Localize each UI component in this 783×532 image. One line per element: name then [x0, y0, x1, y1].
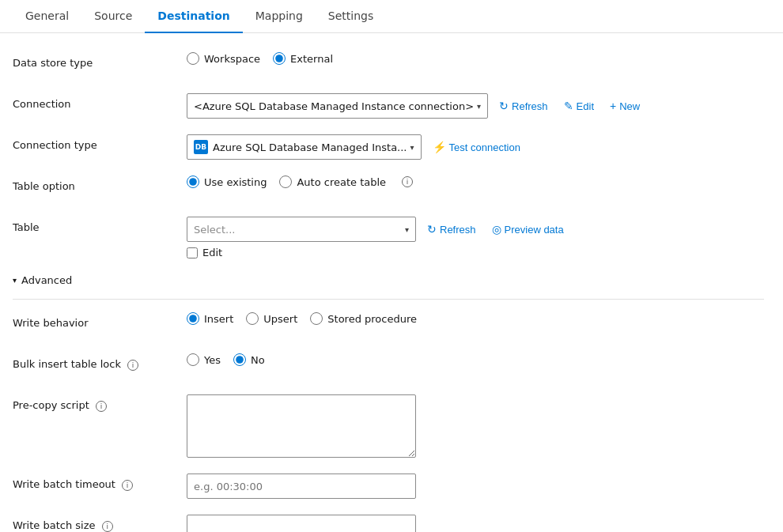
upsert-label: Upsert: [263, 313, 297, 325]
external-radio-item[interactable]: External: [273, 52, 333, 65]
connection-type-chevron-icon: ▾: [410, 143, 414, 152]
refresh-connection-button[interactable]: ↻ Refresh: [494, 96, 553, 115]
new-connection-label: New: [619, 100, 640, 112]
tab-general[interactable]: General: [13, 0, 81, 33]
refresh-table-label: Refresh: [440, 224, 476, 236]
write-behavior-row: Write behavior Insert Upsert Stored proc…: [13, 312, 764, 338]
pre-copy-script-label: Pre-copy script i: [13, 394, 187, 412]
table-option-label: Table option: [13, 175, 187, 192]
edit-checkbox-item[interactable]: Edit: [187, 247, 222, 258]
write-batch-size-input[interactable]: [187, 515, 416, 532]
connection-type-dropdown[interactable]: DB Azure SQL Database Managed Insta... ▾: [187, 134, 422, 160]
write-batch-timeout-input[interactable]: [187, 474, 416, 499]
write-batch-size-info-icon: i: [102, 521, 113, 532]
use-existing-radio-item[interactable]: Use existing: [187, 175, 267, 188]
write-batch-timeout-info-icon: i: [122, 480, 133, 491]
test-connection-label: Test connection: [449, 141, 520, 153]
connection-type-row: Connection type DB Azure SQL Database Ma…: [13, 134, 764, 160]
bulk-insert-options: Yes No: [187, 353, 265, 366]
tab-settings[interactable]: Settings: [316, 0, 386, 33]
connection-dropdown-text: <Azure SQL Database Managed Instance con…: [194, 100, 474, 112]
table-row: Table Select... ▾ ↻ Refresh ◎ Preview da…: [13, 217, 764, 258]
write-batch-timeout-control: [187, 474, 764, 499]
upsert-radio[interactable]: [246, 312, 259, 325]
write-behavior-label: Write behavior: [13, 312, 187, 329]
auto-create-radio-item[interactable]: Auto create table: [279, 175, 386, 188]
yes-radio[interactable]: [187, 353, 199, 366]
pre-copy-script-control: [187, 394, 764, 458]
connection-dropdown[interactable]: <Azure SQL Database Managed Instance con…: [187, 93, 488, 119]
yes-label: Yes: [204, 354, 221, 366]
connection-type-label: Connection type: [13, 134, 187, 151]
edit-checkbox[interactable]: [187, 247, 198, 258]
preview-data-label: Preview data: [505, 224, 564, 236]
write-batch-size-label: Write batch size i: [13, 515, 187, 532]
insert-label: Insert: [204, 313, 233, 325]
tab-source[interactable]: Source: [81, 0, 145, 33]
connection-row: Connection <Azure SQL Database Managed I…: [13, 93, 764, 119]
table-select-chevron-icon: ▾: [405, 225, 409, 234]
write-batch-timeout-label: Write batch timeout i: [13, 474, 187, 491]
connection-control: <Azure SQL Database Managed Instance con…: [187, 93, 764, 119]
data-store-type-control: Workspace External: [187, 52, 764, 65]
write-batch-timeout-row: Write batch timeout i: [13, 474, 764, 499]
auto-create-radio[interactable]: [279, 175, 292, 188]
no-radio-item[interactable]: No: [233, 353, 265, 366]
pre-copy-info-icon: i: [96, 401, 107, 412]
upsert-radio-item[interactable]: Upsert: [246, 312, 297, 325]
advanced-chevron-icon: ▾: [13, 276, 17, 285]
pre-copy-script-row: Pre-copy script i: [13, 394, 764, 458]
form-body: Data store type Workspace External Conne…: [0, 33, 783, 532]
use-existing-radio[interactable]: [187, 175, 199, 188]
auto-create-label: Auto create table: [297, 176, 386, 188]
advanced-toggle[interactable]: ▾ Advanced: [13, 274, 764, 286]
bulk-insert-label: Bulk insert table lock i: [13, 353, 187, 371]
data-store-type-options: Workspace External: [187, 52, 333, 65]
db-icon: DB: [194, 140, 208, 154]
test-connection-icon: ⚡: [433, 141, 446, 153]
preview-data-button[interactable]: ◎ Preview data: [487, 220, 569, 239]
tab-destination[interactable]: Destination: [145, 0, 242, 33]
new-connection-icon: +: [610, 100, 616, 112]
insert-radio-item[interactable]: Insert: [187, 312, 233, 325]
edit-connection-icon: ✎: [564, 100, 573, 112]
workspace-radio-item[interactable]: Workspace: [187, 52, 260, 65]
table-option-row: Table option Use existing Auto create ta…: [13, 175, 764, 201]
connection-chevron-icon: ▾: [477, 102, 481, 111]
refresh-connection-label: Refresh: [512, 100, 548, 112]
external-radio[interactable]: [273, 52, 286, 65]
stored-procedure-radio-item[interactable]: Stored procedure: [310, 312, 417, 325]
refresh-connection-icon: ↻: [499, 100, 509, 112]
stored-procedure-radio[interactable]: [310, 312, 323, 325]
bulk-insert-control: Yes No: [187, 353, 764, 366]
no-label: No: [251, 354, 265, 366]
data-store-type-label: Data store type: [13, 52, 187, 69]
table-control: Select... ▾ ↻ Refresh ◎ Preview data Edi…: [187, 217, 764, 258]
pre-copy-script-textarea[interactable]: [187, 394, 416, 458]
yes-radio-item[interactable]: Yes: [187, 353, 221, 366]
workspace-radio[interactable]: [187, 52, 199, 65]
edit-connection-button[interactable]: ✎ Edit: [559, 96, 599, 115]
data-store-type-row: Data store type Workspace External: [13, 52, 764, 77]
connection-label: Connection: [13, 93, 187, 110]
no-radio[interactable]: [233, 353, 246, 366]
table-option-options: Use existing Auto create table i: [187, 175, 413, 188]
connection-type-dropdown-text: Azure SQL Database Managed Insta...: [213, 141, 407, 153]
write-batch-size-row: Write batch size i: [13, 515, 764, 532]
tab-mapping[interactable]: Mapping: [243, 0, 316, 33]
write-behavior-options: Insert Upsert Stored procedure: [187, 312, 417, 325]
insert-radio[interactable]: [187, 312, 199, 325]
advanced-label: Advanced: [21, 274, 72, 286]
test-connection-button[interactable]: ⚡ Test connection: [428, 138, 525, 157]
table-option-control: Use existing Auto create table i: [187, 175, 764, 188]
refresh-table-button[interactable]: ↻ Refresh: [422, 220, 481, 239]
use-existing-label: Use existing: [204, 176, 267, 188]
advanced-divider: [13, 299, 764, 300]
workspace-label: Workspace: [204, 53, 260, 65]
new-connection-button[interactable]: + New: [605, 96, 645, 115]
table-select-dropdown[interactable]: Select... ▾: [187, 217, 416, 242]
edit-connection-label: Edit: [577, 100, 594, 112]
table-select-placeholder: Select...: [194, 224, 236, 236]
write-behavior-control: Insert Upsert Stored procedure: [187, 312, 764, 325]
write-batch-size-control: [187, 515, 764, 532]
